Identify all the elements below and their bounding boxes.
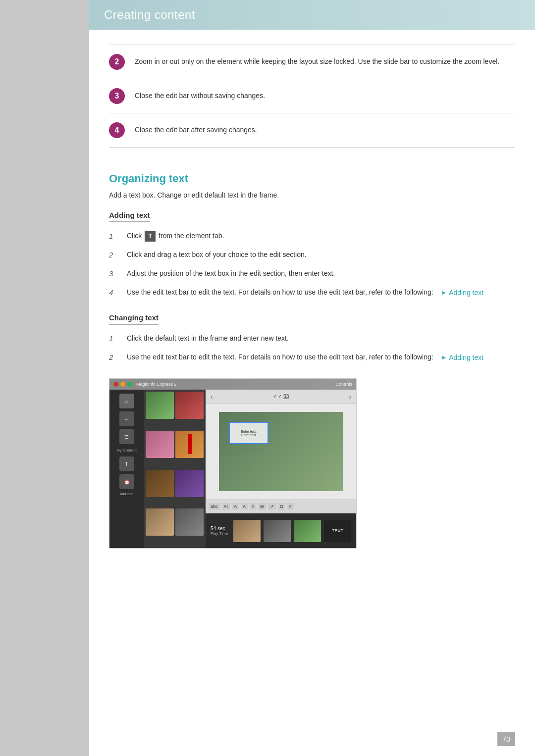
ss-add-icon-label: Add icon: [120, 492, 133, 496]
ss-edit-more[interactable]: ≡: [287, 503, 293, 510]
ss-textbox-label: Enter text:: [241, 430, 257, 433]
table-row: 4 Close the edit bar after saving change…: [109, 113, 515, 148]
step-number: 1: [109, 230, 119, 242]
adding-text-link-2[interactable]: ► Adding text: [441, 352, 483, 363]
titlebar-right-text: Controls: [335, 382, 352, 387]
ss-thumb-2: [175, 392, 204, 419]
organizing-text-section: Organizing text Add a text box. Change o…: [109, 172, 515, 549]
ss-back-btn[interactable]: ‹: [211, 393, 213, 401]
ss-edit-abc[interactable]: abc: [209, 503, 220, 510]
ss-thumb-7: [146, 508, 174, 536]
table-row: 2 Zoom in or out only on the element whi…: [109, 45, 515, 79]
list-item: 1 Click the default text in the frame an…: [109, 333, 515, 345]
ss-edit-bar: abc AI A A ≡ ⊞ ↗ ⧉ ≡: [206, 500, 356, 513]
changing-text-subsection: Changing text 1 Click the default text i…: [109, 313, 515, 363]
screenshot-body: ⌂ ← ☰ My Content T ⏰ Add icon: [109, 390, 356, 548]
main-content: 2 Zoom in or out only on the element whi…: [89, 45, 535, 549]
changing-text-subtitle: Changing text: [109, 313, 159, 325]
step-number: 4: [109, 287, 119, 299]
titlebar-text: MagicInfo Express 2: [136, 382, 177, 387]
ss-edit-copy[interactable]: ⧉: [278, 503, 285, 510]
ss-time-container: 54 sec Play Time: [211, 526, 230, 536]
maximize-dot: [127, 382, 132, 387]
list-item: 2 Use the edit text bar to edit the text…: [109, 352, 515, 363]
step-number: 3: [109, 268, 119, 280]
table-section: 2 Zoom in or out only on the element whi…: [109, 45, 515, 148]
table-row: 3 Close the edit bar without saving chan…: [109, 79, 515, 113]
list-item: 4 Use the edit text bar to edit the text…: [109, 287, 515, 299]
left-sidebar: [0, 0, 89, 756]
ss-toolbar-top: ‹ ✓ ✓ 03 ›: [206, 390, 356, 403]
ss-edit-frame[interactable]: ⊞: [258, 503, 266, 510]
adding-text-anchor-1[interactable]: Adding text: [449, 287, 483, 298]
ss-left-panel: ⌂ ← ☰ My Content T ⏰ Add icon: [109, 390, 144, 548]
ss-thumb-3: [146, 431, 174, 458]
adding-text-anchor-2[interactable]: Adding text: [449, 352, 483, 363]
ss-right-panel: ‹ ✓ ✓ 03 › Enter text: Enter text: [206, 390, 356, 548]
step-number: 2: [109, 352, 119, 363]
adding-text-link-1[interactable]: ► Adding text: [441, 287, 483, 298]
ss-film-thumb-4[interactable]: TEXT: [324, 520, 351, 542]
ss-film-time: 54 sec: [211, 526, 230, 531]
screenshot: MagicInfo Express 2 Controls ⌂ ← ☰ My Co…: [109, 378, 357, 549]
ss-edit-bold[interactable]: A: [241, 503, 248, 510]
text-tool-icon: T: [145, 231, 156, 242]
list-item: 1 Click T from the element tab.: [109, 230, 515, 242]
ss-thumb-6: [175, 470, 204, 497]
adding-text-subtitle: Adding text: [109, 211, 150, 222]
ss-textbox[interactable]: Enter text: Enter text: [229, 422, 268, 444]
step-text: Click T from the element tab.: [127, 230, 515, 242]
ss-edit-area: Enter text: Enter text: [206, 403, 356, 500]
ss-edit-arrow[interactable]: ↗: [268, 503, 276, 510]
ss-toolbar-center: ✓ ✓ 03: [216, 394, 346, 399]
ss-filmstrip: 54 sec Play Time TEXT: [206, 513, 356, 548]
ss-film-thumb-3[interactable]: [294, 520, 321, 542]
ss-text-icon: T: [119, 456, 134, 471]
step-text: Click the default text in the frame and …: [127, 333, 515, 344]
badge-4: 4: [109, 122, 125, 138]
screenshot-titlebar: MagicInfo Express 2 Controls: [109, 379, 356, 390]
ss-thumb-1: [146, 392, 174, 419]
ss-main-photo: Enter text: Enter text: [219, 412, 343, 491]
ss-home-icon: ⌂: [119, 394, 134, 408]
ss-thumb-5: [146, 470, 174, 497]
step-text: Use the edit text bar to edit the text. …: [127, 287, 515, 299]
ss-edit-ai[interactable]: AI: [222, 503, 230, 510]
ss-edit-a[interactable]: A: [232, 503, 239, 510]
badge-3: 3: [109, 88, 125, 104]
ss-edit-align[interactable]: ≡: [250, 503, 256, 510]
section-title: Organizing text: [109, 172, 515, 185]
ss-textbox-sublabel: Enter text: [241, 433, 256, 437]
adding-text-subsection: Adding text 1 Click T from the element t…: [109, 211, 515, 299]
step-number: 1: [109, 333, 119, 345]
step-text: Use the edit text bar to edit the text. …: [127, 352, 515, 363]
row-text-4: Close the edit bar after saving changes.: [135, 122, 257, 135]
ss-thumb-8: [175, 508, 204, 536]
page-title: Creating content: [104, 8, 195, 22]
list-item: 3 Adjust the position of the text box in…: [109, 268, 515, 280]
ss-film-thumb-2[interactable]: [264, 520, 291, 542]
section-intro: Add a text box. Change or edit default t…: [109, 191, 515, 199]
adding-text-steps: 1 Click T from the element tab. 2 Click …: [109, 230, 515, 299]
step-text: Click and drag a text box of your choice…: [127, 249, 515, 260]
changing-text-steps: 1 Click the default text in the frame an…: [109, 333, 515, 363]
page-number: 73: [497, 732, 515, 746]
row-text-2: Zoom in or out only on the element while…: [135, 54, 499, 67]
badge-2: 2: [109, 54, 125, 70]
ss-thumbnail-grid: [144, 390, 206, 548]
ss-nav-icon2: ☰: [119, 429, 134, 444]
ss-film-thumb-1[interactable]: [233, 520, 261, 542]
step-number: 2: [109, 249, 119, 261]
close-dot: [113, 382, 118, 387]
ss-film-time-label: Play Time: [211, 531, 230, 536]
list-item: 2 Click and drag a text box of your choi…: [109, 249, 515, 261]
ss-nav-icon: ←: [119, 411, 134, 426]
ss-thumb-4: [175, 431, 204, 458]
ss-clock-icon: ⏰: [119, 474, 134, 489]
ss-forward-btn[interactable]: ›: [349, 393, 351, 401]
ss-my-content-label: My Content: [115, 447, 138, 454]
step-text: Adjust the position of the text box in t…: [127, 268, 515, 279]
minimize-dot: [120, 382, 125, 387]
link-arrow-icon: ►: [441, 288, 447, 298]
row-text-3: Close the edit bar without saving change…: [135, 88, 265, 101]
